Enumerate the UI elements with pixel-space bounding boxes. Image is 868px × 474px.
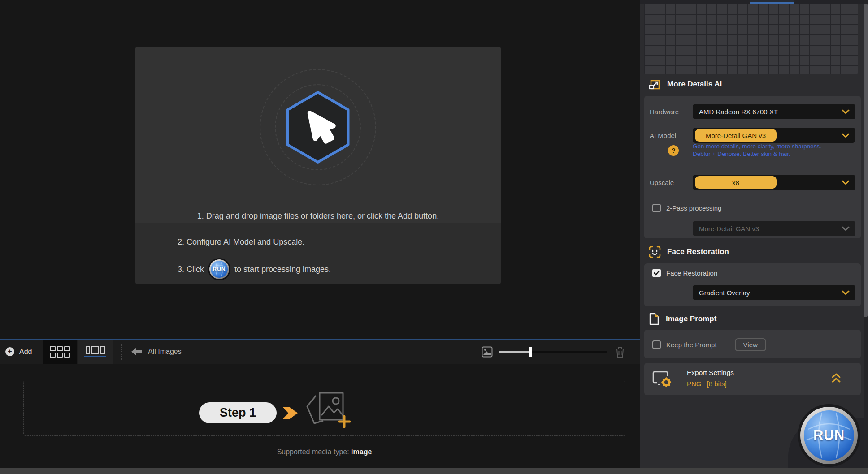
help-line-2: Deblur + Denoise. Better skin & hair.: [693, 150, 821, 158]
supported-media-label: Supported media type:: [277, 448, 349, 456]
double-chevron-up-icon: [831, 373, 841, 384]
ai-model-selected-pill: More-Detail GAN v3: [695, 129, 777, 142]
image-prompt-group: Keep the Prompt View: [644, 330, 861, 358]
instruction-line-2: 2. Configure AI Model and Upscale.: [178, 237, 304, 247]
keep-prompt-checkbox-row[interactable]: Keep the Prompt View: [652, 338, 766, 351]
instruction-line-3-suffix: to start processing images.: [234, 265, 331, 274]
export-settings-panel[interactable]: Export Settings PNG [8 bits]: [644, 363, 861, 395]
chevron-down-icon: [842, 226, 850, 231]
face-restoration-mode-value: Gradient Overlay: [699, 289, 750, 297]
ai-model-label: AI Model: [650, 132, 693, 139]
instruction-line-1: 1. Drag and drop image files or folders …: [135, 211, 501, 221]
keep-prompt-checkbox[interactable]: [652, 340, 661, 349]
run-badge-label: RUN: [213, 266, 226, 272]
keep-prompt-label: Keep the Prompt: [666, 341, 717, 349]
grid-view-icon: [50, 346, 70, 358]
slider-thumb[interactable]: [529, 347, 532, 357]
trash-icon: [615, 346, 625, 358]
upscale-section-icon: [649, 78, 661, 90]
export-format-value: PNG: [687, 380, 702, 388]
face-restoration-label: Face Restoration: [666, 269, 717, 277]
chevron-down-icon: [842, 290, 850, 295]
two-pass-checkbox[interactable]: [652, 204, 661, 212]
run-button[interactable]: RUN: [800, 407, 858, 464]
face-restoration-checkbox-row[interactable]: Face Restoration: [652, 269, 717, 277]
sidebar-scrollbar-thumb[interactable]: [864, 4, 868, 317]
filmstrip-view-icon: [86, 346, 105, 354]
delete-button[interactable]: [615, 346, 625, 360]
two-pass-checkbox-row[interactable]: 2-Pass processing: [652, 204, 721, 212]
ai-model-dropdown[interactable]: More-Detail GAN v3: [693, 128, 855, 143]
chevron-down-icon: [842, 109, 850, 114]
checkmark-icon: [654, 271, 660, 276]
collapse-export-button[interactable]: [831, 373, 841, 385]
more-details-title: More Details AI: [667, 80, 722, 89]
step-arrow-icon: [282, 407, 298, 421]
slider-track-empty: [530, 351, 607, 353]
hardware-dropdown[interactable]: AMD Radeon RX 6700 XT: [693, 104, 855, 119]
back-arrow-icon: [131, 348, 142, 356]
thumbnail-size-control: [482, 346, 601, 358]
instruction-line-3-prefix: 3. Click: [178, 265, 204, 274]
add-images-icon: [303, 389, 352, 431]
help-line-1: Gen more details, more clarity, more sha…: [693, 142, 821, 150]
bottom-status-strip: [0, 468, 868, 474]
face-restoration-mode-dropdown[interactable]: Gradient Overlay: [693, 285, 855, 300]
two-pass-label: 2-Pass processing: [666, 204, 721, 212]
export-settings-title: Export Settings: [687, 369, 734, 377]
grid-view-tab[interactable]: [43, 340, 77, 364]
all-images-button[interactable]: All Images: [131, 340, 182, 364]
export-settings-icon: [651, 370, 672, 390]
face-restoration-group: Face Restoration Gradient Overlay: [644, 263, 861, 306]
section-header-face-restoration: Face Restoration: [649, 245, 729, 259]
chevron-down-icon: [842, 133, 850, 138]
face-restoration-title: Face Restoration: [667, 247, 729, 256]
image-drop-canvas[interactable]: 1. Drag and drop image files or folders …: [135, 47, 501, 284]
face-scan-icon: [649, 246, 661, 258]
run-badge-icon: RUN: [209, 259, 229, 279]
add-button[interactable]: + Add: [5, 340, 32, 364]
sidebar-top-tab-indicator: [750, 0, 794, 4]
more-details-group: Hardware AMD Radeon RX 6700 XT AI Model …: [644, 96, 861, 238]
settings-sidebar: More Details AI Hardware AMD Radeon RX 6…: [640, 0, 868, 474]
step-pill: Step 1: [199, 402, 277, 423]
ai-model-help-text: Gen more details, more clarity, more sha…: [693, 142, 821, 158]
instruction-line-3: 3. Click RUN to start processing images.: [178, 258, 331, 280]
two-pass-model-value: More-Detail GAN v3: [699, 225, 759, 233]
section-header-image-prompt: Image Prompt: [649, 312, 716, 326]
upscale-label: Upscale: [650, 179, 693, 186]
image-prompt-title: Image Prompt: [666, 315, 716, 323]
run-button-label: RUN: [813, 427, 845, 444]
add-button-label: Add: [19, 348, 32, 356]
view-prompt-button[interactable]: View: [735, 338, 766, 351]
section-header-more-details: More Details AI: [649, 78, 722, 91]
export-bits-value: [8 bits]: [707, 380, 727, 388]
face-restoration-checkbox[interactable]: [652, 269, 661, 277]
plus-icon: +: [5, 347, 14, 356]
help-icon[interactable]: ?: [668, 145, 679, 156]
toolbar-separator: [121, 344, 122, 360]
supported-media-text: Supported media type: image: [0, 448, 649, 456]
export-format-text: PNG [8 bits]: [687, 380, 727, 388]
step-drop-zone[interactable]: Step 1: [23, 381, 625, 436]
filmstrip-active-underline: [84, 356, 106, 357]
upscale-selected-pill: x8: [695, 176, 777, 189]
hardware-label: Hardware: [650, 108, 693, 116]
two-pass-model-dropdown[interactable]: More-Detail GAN v3: [693, 221, 855, 236]
chevron-down-icon: [842, 180, 850, 185]
document-icon: [649, 313, 660, 325]
hardware-value: AMD Radeon RX 6700 XT: [699, 108, 778, 116]
all-images-label: All Images: [148, 348, 182, 356]
upscale-dropdown[interactable]: x8: [693, 175, 855, 190]
thumbnail-size-icon: [482, 346, 493, 358]
preview-grid-placeholder: [644, 4, 858, 74]
supported-media-value: image: [351, 448, 372, 456]
bottom-toolbar: + Add All Images: [0, 339, 640, 364]
ai-model-row: AI Model More-Detail GAN v3: [650, 128, 855, 143]
filmstrip-view-tab[interactable]: [78, 340, 113, 364]
hardware-row: Hardware AMD Radeon RX 6700 XT: [650, 104, 855, 119]
thumbnail-size-slider[interactable]: [499, 347, 607, 357]
upscale-row: Upscale x8: [650, 175, 855, 190]
drop-hexagon-icon: [284, 90, 352, 164]
app-window: 1. Drag and drop image files or folders …: [0, 0, 868, 474]
